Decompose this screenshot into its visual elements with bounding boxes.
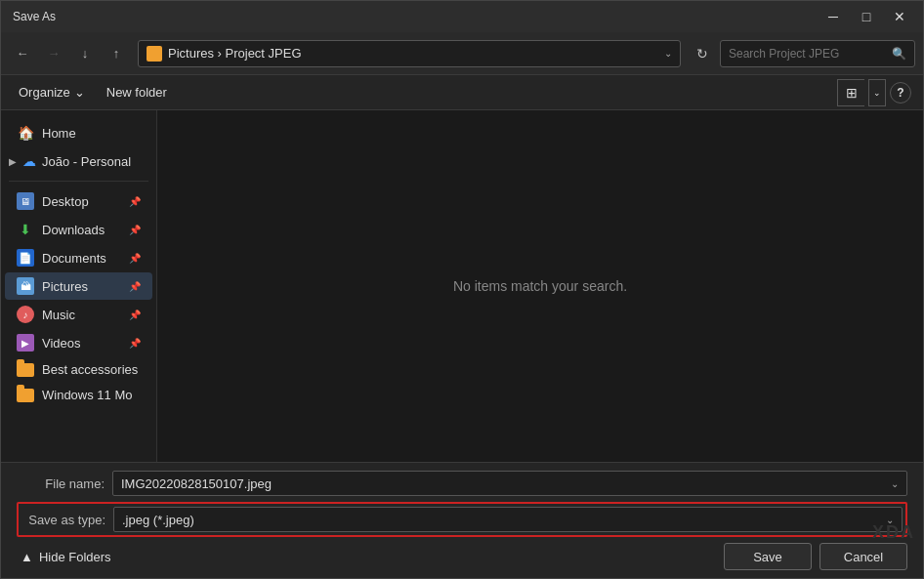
sidebar-divider xyxy=(9,181,148,182)
sidebar-item-pictures[interactable]: 🏔 Pictures 📌 xyxy=(5,272,152,300)
main-area: 🏠 Home ▶ ☁ João - Personal 🖥 Desktop 📌 ⬇… xyxy=(1,110,923,462)
new-folder-button[interactable]: New folder xyxy=(99,81,175,103)
title-bar: Save As ─ □ ✕ xyxy=(1,1,923,32)
sidebar-cloud-expander[interactable]: ▶ ☁ João - Personal xyxy=(1,147,156,175)
sidebar-item-downloads[interactable]: ⬇ Downloads 📌 xyxy=(5,216,152,243)
save-button[interactable]: Save xyxy=(724,543,812,570)
search-icon: 🔍 xyxy=(892,47,906,61)
hide-folders-arrow-icon: ▲ xyxy=(21,550,33,564)
sidebar-item-documents[interactable]: 📄 Documents 📌 xyxy=(5,244,152,271)
organize-arrow: ⌄ xyxy=(74,85,85,100)
downloads-pin-icon: 📌 xyxy=(129,225,141,235)
secondary-toolbar: Organize ⌄ New folder ⊞ ⌄ ? xyxy=(1,75,923,110)
hide-folders-button[interactable]: ▲ Hide Folders xyxy=(17,546,115,568)
search-box[interactable]: 🔍 xyxy=(720,40,915,67)
savetype-dropdown-arrow[interactable]: ⌄ xyxy=(886,515,894,525)
refresh-button[interactable]: ↻ xyxy=(689,40,716,67)
documents-pin-icon: 📌 xyxy=(129,253,141,264)
sidebar-best-accessories-label: Best accessories xyxy=(42,362,141,377)
sidebar-downloads-label: Downloads xyxy=(42,223,121,237)
filename-row: File name: IMG20220828150107.jpeg ⌄ xyxy=(17,471,907,496)
sidebar-item-music[interactable]: ♪ Music 📌 xyxy=(5,301,152,328)
sidebar-documents-label: Documents xyxy=(42,251,121,266)
videos-icon: ▶ xyxy=(17,334,34,352)
videos-pin-icon: 📌 xyxy=(129,338,141,349)
bottom-area: File name: IMG20220828150107.jpeg ⌄ Save… xyxy=(1,462,923,578)
action-row: ▲ Hide Folders Save Cancel xyxy=(17,543,907,570)
savetype-row: Save as type: .jpeg (*.jpeg) ⌄ xyxy=(17,502,907,537)
sidebar-windows11-label: Windows 11 Mo xyxy=(42,388,141,402)
sidebar-cloud-label: João - Personal xyxy=(42,154,148,169)
hide-folders-label: Hide Folders xyxy=(39,550,111,564)
address-bar[interactable]: Pictures › Project JPEG ⌄ xyxy=(138,40,681,67)
search-input[interactable] xyxy=(729,47,886,61)
organize-label: Organize xyxy=(19,85,70,100)
close-button[interactable]: ✕ xyxy=(884,3,915,30)
content-area: No items match your search. xyxy=(157,110,923,462)
filename-label: File name: xyxy=(17,476,105,491)
title-bar-controls: ─ □ ✕ xyxy=(818,3,915,30)
organize-button[interactable]: Organize ⌄ xyxy=(13,81,91,103)
sidebar-music-label: Music xyxy=(42,308,121,322)
folder-icon-windows11 xyxy=(17,389,34,402)
savetype-label: Save as type: xyxy=(21,513,105,527)
sidebar-item-videos[interactable]: ▶ Videos 📌 xyxy=(5,329,152,356)
music-pin-icon: 📌 xyxy=(129,310,141,320)
navigation-toolbar: ← → ↓ ↑ Pictures › Project JPEG ⌄ ↻ 🔍 xyxy=(1,32,923,75)
save-as-dialog: Save As ─ □ ✕ ← → ↓ ↑ Pictures › Project… xyxy=(0,0,924,579)
toolbar-left: Organize ⌄ New folder xyxy=(13,81,175,103)
folder-icon xyxy=(147,46,162,62)
up-button[interactable]: ↑ xyxy=(103,40,130,67)
action-buttons: Save Cancel xyxy=(724,543,907,570)
maximize-button[interactable]: □ xyxy=(851,3,882,30)
filename-input[interactable]: IMG20220828150107.jpeg ⌄ xyxy=(112,471,907,496)
sidebar-desktop-label: Desktop xyxy=(42,194,121,209)
address-path: Pictures › Project JPEG xyxy=(168,46,658,61)
filename-dropdown-arrow[interactable]: ⌄ xyxy=(891,478,899,489)
pictures-pin-icon: 📌 xyxy=(129,281,141,292)
sidebar: 🏠 Home ▶ ☁ João - Personal 🖥 Desktop 📌 ⬇… xyxy=(1,110,157,462)
sidebar-item-home-label: Home xyxy=(42,126,141,141)
sidebar-pictures-label: Pictures xyxy=(42,279,121,294)
desktop-icon: 🖥 xyxy=(17,192,34,210)
expander-arrow: ▶ xyxy=(9,156,17,167)
back-button[interactable]: ← xyxy=(9,40,36,67)
forward-button[interactable]: → xyxy=(40,40,67,67)
address-dropdown-arrow[interactable]: ⌄ xyxy=(664,48,672,59)
sidebar-videos-label: Videos xyxy=(42,336,121,351)
folder-icon-best-accessories xyxy=(17,363,34,377)
help-button[interactable]: ? xyxy=(890,82,911,103)
downloads-icon: ⬇ xyxy=(17,221,34,238)
documents-icon: 📄 xyxy=(17,249,34,267)
view-dropdown-button[interactable]: ⌄ xyxy=(868,79,886,106)
home-icon: 🏠 xyxy=(17,124,34,142)
filename-value: IMG20220828150107.jpeg xyxy=(121,476,272,491)
sidebar-item-windows11[interactable]: Windows 11 Mo xyxy=(5,383,152,407)
cancel-button[interactable]: Cancel xyxy=(819,543,907,570)
empty-message: No items match your search. xyxy=(453,278,627,294)
savetype-value: .jpeg (*.jpeg) xyxy=(122,513,194,527)
recent-locations-button[interactable]: ↓ xyxy=(71,40,99,67)
savetype-select[interactable]: .jpeg (*.jpeg) ⌄ xyxy=(113,507,903,532)
music-icon: ♪ xyxy=(17,306,34,323)
minimize-button[interactable]: ─ xyxy=(818,3,849,30)
desktop-pin-icon: 📌 xyxy=(129,196,141,207)
view-button[interactable]: ⊞ xyxy=(837,79,864,106)
pictures-icon: 🏔 xyxy=(17,277,34,295)
sidebar-item-desktop[interactable]: 🖥 Desktop 📌 xyxy=(5,187,152,215)
cloud-icon: ☁ xyxy=(21,152,38,170)
toolbar-right: ⊞ ⌄ ? xyxy=(837,79,911,106)
sidebar-item-home[interactable]: 🏠 Home xyxy=(5,119,152,146)
dialog-title: Save As xyxy=(13,10,56,23)
sidebar-item-best-accessories[interactable]: Best accessories xyxy=(5,357,152,382)
